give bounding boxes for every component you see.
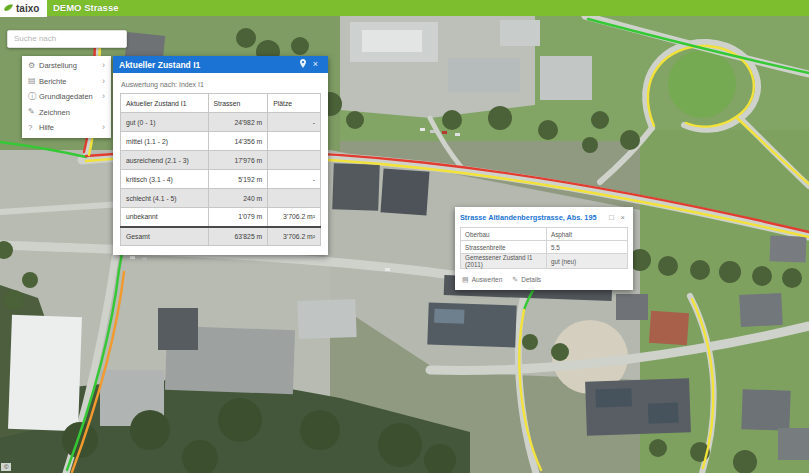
attribute-row: Oberbau Asphalt [461,228,628,241]
menu-item-darstellung[interactable]: ⚙ Darstellung › [22,58,111,74]
map-attribution: © [1,463,11,471]
info-icon: ⓘ [28,93,39,101]
condition-table: Aktueller Zustand I1 Strassen Plätze gut… [120,93,321,246]
condition-panel-title: Aktueller Zustand I1 [119,60,296,70]
menu-item-hilfe[interactable]: ? Hilfe › [22,120,111,136]
close-icon[interactable]: × [617,214,628,222]
pin-icon[interactable] [296,59,309,70]
gear-icon: ⚙ [28,62,39,70]
condition-panel-subtitle: Auswertung nach: Index I1 [113,73,328,93]
main-menu: ⚙ Darstellung › ▤ Berichte › ⓘ Grundlage… [22,56,111,138]
table-row[interactable]: schlecht (4.1 - 5) 240 m [121,189,321,208]
chevron-right-icon: › [102,123,105,132]
attribute-row: Gemessener Zustand I1 (2011) gut (neu) [461,254,628,269]
chevron-right-icon: › [102,77,105,86]
chevron-right-icon: › [102,92,105,101]
brand-name: taixo [16,3,39,14]
pencil-icon: ✎ [512,276,518,283]
search-container [7,27,127,45]
taixo-app: © taixo DEMO Strasse ⚙ Darstellung › ▤ B… [0,0,809,473]
segment-popup-title: Strasse Altlandenbergstrasse, Abs. 195 [460,213,606,222]
segment-attribute-table: Oberbau Asphalt Strassenbreite 5.5 Gemes… [460,227,628,269]
table-row[interactable]: mittel (1.1 - 2) 14'356 m [121,132,321,151]
menu-item-berichte[interactable]: ▤ Berichte › [22,74,111,90]
table-row[interactable]: gut (0 - 1) 24'982 m - [121,113,321,132]
table-row[interactable]: ausreichend (2.1 - 3) 17'976 m [121,151,321,170]
auswerten-link[interactable]: ▤ Auswerten [462,276,502,283]
taixo-leaf-icon [3,3,14,14]
list-icon: ▤ [462,276,469,283]
brand-logo[interactable]: taixo [0,0,47,17]
condition-table-header-row: Aktueller Zustand I1 Strassen Plätze [121,94,321,113]
segment-popup-header: Strasse Altlandenbergstrasse, Abs. 195 □… [460,211,628,224]
chevron-right-icon: › [102,61,105,70]
maximize-icon[interactable]: □ [606,214,617,222]
menu-item-zeichnen[interactable]: ✎ Zeichnen [22,105,111,121]
search-input[interactable] [7,30,127,48]
page-title: DEMO Strasse [53,2,118,13]
details-link[interactable]: ✎ Details [512,276,541,283]
table-row[interactable]: unbekannt 1'079 m 3'706.2 m² [121,208,321,227]
close-icon[interactable]: × [309,60,322,69]
table-row[interactable]: kritisch (3.1 - 4) 5'192 m - [121,170,321,189]
report-icon: ▤ [28,77,39,85]
condition-panel-header[interactable]: Aktueller Zustand I1 × [113,56,328,73]
menu-item-grundlagedaten[interactable]: ⓘ Grundlagedaten › [22,89,111,105]
attribute-row: Strassenbreite 5.5 [461,241,628,254]
segment-popup: Strasse Altlandenbergstrasse, Abs. 195 □… [455,207,633,290]
help-icon: ? [28,124,39,132]
header-bar [0,0,809,16]
pencil-icon: ✎ [28,108,39,116]
total-row: Gesamt 63'825 m 3'706.2 m² [121,227,321,246]
condition-panel: Aktueller Zustand I1 × Auswertung nach: … [113,56,328,255]
segment-popup-actions: ▤ Auswerten ✎ Details [460,272,628,286]
